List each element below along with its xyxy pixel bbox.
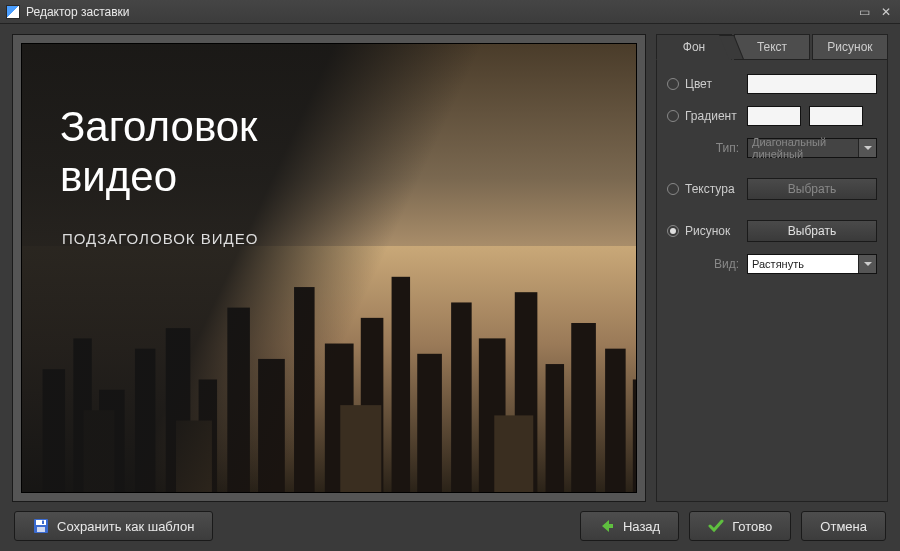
preview-canvas[interactable]: Заголовок видео ПОДЗАГОЛОВОК ВИДЕО: [21, 43, 637, 493]
minimize-button[interactable]: ▭: [856, 5, 872, 19]
tab-background[interactable]: Фон: [656, 34, 732, 60]
back-button[interactable]: Назад: [580, 511, 679, 541]
chevron-down-icon: [858, 255, 876, 273]
main-area: Заголовок видео ПОДЗАГОЛОВОК ВИДЕО Фон Т…: [0, 24, 900, 502]
back-label: Назад: [623, 519, 660, 534]
svg-rect-26: [36, 520, 46, 525]
check-icon: [708, 518, 724, 534]
title-line-2: видео: [60, 153, 177, 200]
radio-image[interactable]: [667, 225, 679, 237]
row-gradient: Градиент: [667, 106, 877, 126]
preview-title: Заголовок видео: [60, 102, 257, 201]
close-button[interactable]: ✕: [878, 5, 894, 19]
save-template-label: Сохранить как шаблон: [57, 519, 194, 534]
gradient-label: Градиент: [685, 109, 737, 123]
gradient-type-value: Диагональный линейный: [752, 136, 872, 160]
svg-rect-27: [37, 527, 45, 532]
preview-frame: Заголовок видео ПОДЗАГОЛОВОК ВИДЕО: [12, 34, 646, 502]
row-color: Цвет: [667, 74, 877, 94]
gradient-option[interactable]: Градиент: [667, 109, 739, 123]
color-swatch[interactable]: [747, 74, 877, 94]
row-fit: Вид: Растянуть: [667, 254, 877, 274]
side-panel: Фон Текст Рисунок Цвет Градиент: [656, 34, 888, 502]
color-option[interactable]: Цвет: [667, 77, 739, 91]
type-label: Тип:: [667, 141, 739, 155]
save-icon: [33, 518, 49, 534]
color-label: Цвет: [685, 77, 712, 91]
texture-label: Текстура: [685, 182, 735, 196]
radio-color[interactable]: [667, 78, 679, 90]
footer: Сохранить как шаблон Назад Готово Отмена: [0, 502, 900, 550]
cancel-button[interactable]: Отмена: [801, 511, 886, 541]
svg-rect-28: [42, 521, 44, 525]
tab-text[interactable]: Текст: [734, 34, 810, 60]
row-texture: Текстура Выбрать: [667, 178, 877, 200]
fit-value: Растянуть: [752, 258, 804, 270]
image-choose-button[interactable]: Выбрать: [747, 220, 877, 242]
radio-gradient[interactable]: [667, 110, 679, 122]
fit-label: Вид:: [667, 257, 739, 271]
gradient-type-select[interactable]: Диагональный линейный: [747, 138, 877, 158]
texture-choose-button[interactable]: Выбрать: [747, 178, 877, 200]
titlebar: Редактор заставки ▭ ✕: [0, 0, 900, 24]
gradient-swatch-1[interactable]: [747, 106, 801, 126]
tabs: Фон Текст Рисунок: [656, 34, 888, 60]
chevron-down-icon: [858, 139, 876, 157]
texture-option[interactable]: Текстура: [667, 182, 739, 196]
row-image: Рисунок Выбрать: [667, 220, 877, 242]
title-line-1: Заголовок: [60, 103, 257, 150]
tab-image[interactable]: Рисунок: [812, 34, 888, 60]
cancel-label: Отмена: [820, 519, 867, 534]
app-icon: [6, 5, 20, 19]
done-button[interactable]: Готово: [689, 511, 791, 541]
row-gradient-type: Тип: Диагональный линейный: [667, 138, 877, 158]
done-label: Готово: [732, 519, 772, 534]
preview-subtitle: ПОДЗАГОЛОВОК ВИДЕО: [62, 230, 258, 247]
fit-select[interactable]: Растянуть: [747, 254, 877, 274]
image-option[interactable]: Рисунок: [667, 224, 739, 238]
window-title: Редактор заставки: [26, 5, 850, 19]
radio-texture[interactable]: [667, 183, 679, 195]
gradient-swatch-2[interactable]: [809, 106, 863, 126]
image-label: Рисунок: [685, 224, 730, 238]
arrow-left-icon: [599, 518, 615, 534]
save-template-button[interactable]: Сохранить как шаблон: [14, 511, 213, 541]
background-panel: Цвет Градиент Тип: Диагональный линейный: [656, 60, 888, 502]
